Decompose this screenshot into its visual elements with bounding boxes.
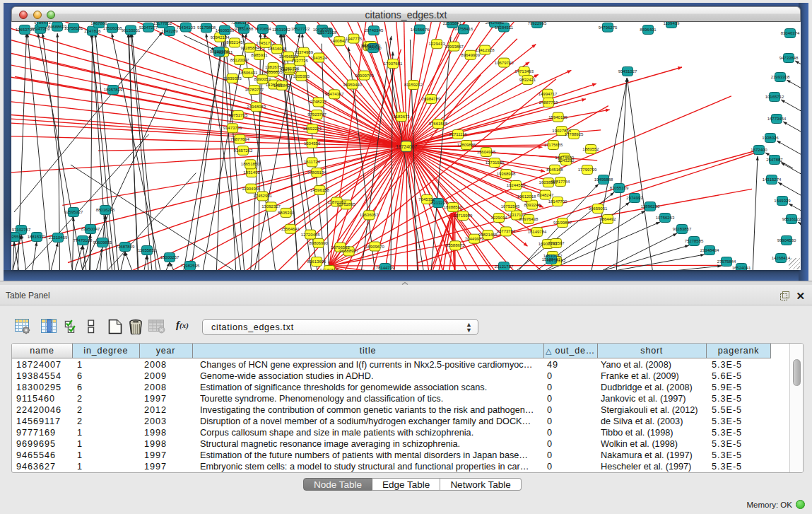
svg-text:11531952: 11531952 <box>272 28 291 32</box>
svg-text:17506068: 17506068 <box>103 26 122 30</box>
svg-text:1043289: 1043289 <box>161 29 178 33</box>
svg-text:17788925: 17788925 <box>565 132 584 136</box>
svg-text:15564641: 15564641 <box>281 227 300 231</box>
svg-text:2343524: 2343524 <box>311 56 328 60</box>
svg-text:19495888: 19495888 <box>594 177 613 182</box>
svg-text:1205395: 1205395 <box>293 74 310 78</box>
svg-text:18651850: 18651850 <box>241 162 260 166</box>
svg-text:11904966: 11904966 <box>242 187 261 191</box>
svg-text:16773454: 16773454 <box>767 117 787 121</box>
svg-text:18506431: 18506431 <box>239 71 258 75</box>
svg-text:83046374: 83046374 <box>781 31 800 35</box>
svg-text:17175655: 17175655 <box>544 143 563 147</box>
svg-text:24948083: 24948083 <box>247 105 266 109</box>
svg-text:11655852: 11655852 <box>138 248 157 252</box>
svg-text:10756263: 10756263 <box>656 216 675 220</box>
svg-text:87976438: 87976438 <box>519 217 539 221</box>
svg-text:1422842: 1422842 <box>273 83 290 88</box>
svg-text:8093248: 8093248 <box>524 203 541 207</box>
svg-text:26984789: 26984789 <box>422 97 441 101</box>
svg-text:1243292: 1243292 <box>558 158 575 163</box>
svg-text:8390053: 8390053 <box>254 77 271 81</box>
svg-text:97102767: 97102767 <box>12 228 31 232</box>
svg-text:86120047: 86120047 <box>230 58 249 62</box>
svg-text:97758416: 97758416 <box>454 27 473 31</box>
svg-text:96688937: 96688937 <box>339 249 358 253</box>
svg-text:10715969: 10715969 <box>454 214 473 218</box>
svg-text:8348247: 8348247 <box>537 193 554 197</box>
svg-text:93285884: 93285884 <box>240 46 259 50</box>
svg-text:8545168: 8545168 <box>546 168 563 172</box>
svg-text:91179808: 91179808 <box>197 25 216 30</box>
svg-text:94733848: 94733848 <box>779 56 799 60</box>
svg-text:94160529: 94160529 <box>320 268 339 270</box>
svg-text:1229014: 1229014 <box>490 216 507 220</box>
svg-text:23210469: 23210469 <box>49 235 68 240</box>
svg-text:96474367: 96474367 <box>325 92 344 96</box>
svg-text:72680182: 72680182 <box>231 22 250 25</box>
svg-text:18000257: 18000257 <box>160 255 180 259</box>
svg-text:27575844: 27575844 <box>717 259 736 264</box>
svg-text:95431027: 95431027 <box>618 69 637 74</box>
svg-text:70449972: 70449972 <box>465 237 484 241</box>
svg-text:1549329: 1549329 <box>774 199 791 203</box>
svg-text:15940139: 15940139 <box>548 115 567 119</box>
svg-text:9864492: 9864492 <box>599 217 616 221</box>
svg-text:18147700: 18147700 <box>548 199 567 204</box>
svg-text:16524041: 16524041 <box>732 266 751 270</box>
svg-text:18516048: 18516048 <box>268 47 287 51</box>
svg-text:19612018: 19612018 <box>517 194 536 199</box>
svg-text:85925556: 85925556 <box>11 235 24 239</box>
svg-text:12896230: 12896230 <box>641 204 660 209</box>
svg-text:96659051: 96659051 <box>589 206 608 211</box>
svg-text:23348434: 23348434 <box>700 248 719 252</box>
svg-text:22535841: 22535841 <box>443 22 462 25</box>
svg-text:98202970: 98202970 <box>210 49 229 54</box>
svg-text:28740345: 28740345 <box>365 28 384 33</box>
svg-text:14315274: 14315274 <box>763 177 782 182</box>
svg-text:14713493: 14713493 <box>514 69 534 74</box>
svg-text:15604945: 15604945 <box>477 150 496 154</box>
svg-text:8952145: 8952145 <box>226 40 243 45</box>
svg-text:97923747: 97923747 <box>307 112 326 117</box>
svg-text:16706562: 16706562 <box>331 245 350 250</box>
svg-text:9832421: 9832421 <box>519 78 536 82</box>
svg-text:90752735: 90752735 <box>229 113 248 117</box>
svg-text:8985931: 8985931 <box>251 53 268 57</box>
svg-text:18388516: 18388516 <box>444 205 463 209</box>
svg-text:87055169: 87055169 <box>610 186 629 190</box>
svg-text:1672400: 1672400 <box>751 148 767 152</box>
svg-text:13092327: 13092327 <box>261 204 281 209</box>
svg-text:14596158: 14596158 <box>310 188 329 192</box>
svg-text:1931491: 1931491 <box>243 170 260 175</box>
svg-text:17451712: 17451712 <box>256 41 275 45</box>
svg-text:1938026: 1938026 <box>762 136 779 140</box>
svg-text:1382675: 1382675 <box>265 65 282 69</box>
svg-text:2748217: 2748217 <box>310 100 327 104</box>
svg-text:1355690: 1355690 <box>365 46 382 50</box>
svg-text:18313237: 18313237 <box>429 201 448 205</box>
svg-text:96153051: 96153051 <box>122 28 141 33</box>
svg-text:7793597: 7793597 <box>548 241 565 245</box>
svg-text:1947775: 1947775 <box>346 37 363 41</box>
svg-text:88016245: 88016245 <box>96 208 115 212</box>
svg-text:14994717: 14994717 <box>539 92 558 96</box>
svg-text:23121727: 23121727 <box>495 264 514 269</box>
svg-text:18957829: 18957829 <box>104 88 123 92</box>
svg-text:91851888: 91851888 <box>235 27 254 31</box>
svg-text:7670654: 7670654 <box>254 27 271 31</box>
svg-text:90609835: 90609835 <box>93 240 112 245</box>
svg-text:11870262: 11870262 <box>327 200 346 204</box>
svg-text:91657262: 91657262 <box>234 148 253 153</box>
svg-text:1229413: 1229413 <box>428 42 445 46</box>
svg-text:22711116: 22711116 <box>449 132 467 136</box>
svg-text:81613696: 81613696 <box>307 259 326 264</box>
svg-text:26773782: 26773782 <box>497 229 516 233</box>
svg-text:9183673: 9183673 <box>393 115 410 119</box>
svg-text:97661565: 97661565 <box>429 122 448 126</box>
svg-text:78144739: 78144739 <box>376 266 395 270</box>
svg-text:91473799: 91473799 <box>223 126 242 130</box>
svg-text:11839335: 11839335 <box>223 76 242 81</box>
svg-text:79922995: 79922995 <box>528 22 547 25</box>
svg-text:13412328: 13412328 <box>476 48 495 52</box>
